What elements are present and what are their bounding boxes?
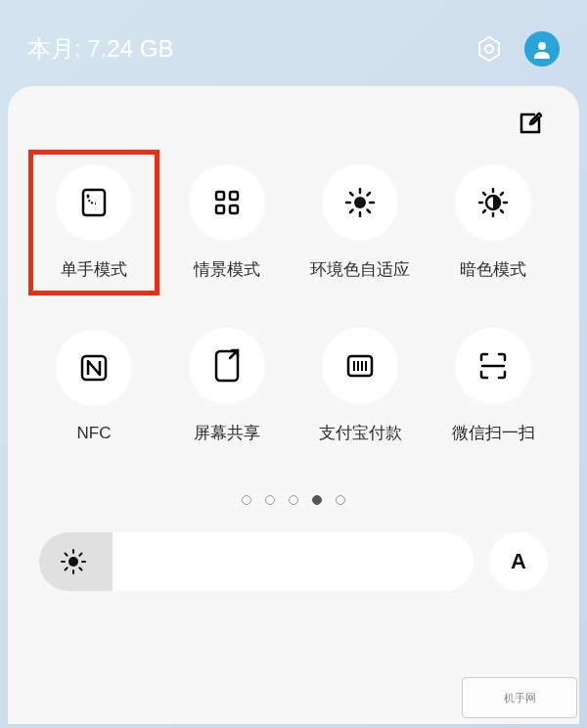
svg-point-1 <box>538 42 546 50</box>
svg-rect-28 <box>348 356 372 376</box>
data-usage-value: 7.24 GB <box>87 35 173 62</box>
svg-rect-4 <box>216 192 224 200</box>
tile-label: 支付宝付款 <box>319 422 402 444</box>
status-bar: 本月: 7.24 GB <box>0 0 587 86</box>
grid-icon <box>189 164 265 241</box>
auto-brightness-button[interactable]: A <box>489 532 548 591</box>
page-dot[interactable] <box>242 495 251 505</box>
svg-line-22 <box>483 193 485 195</box>
tile-label: 情景模式 <box>194 258 260 281</box>
page-dot[interactable] <box>265 495 275 505</box>
tile-label: 暗色模式 <box>460 258 526 281</box>
svg-line-41 <box>66 568 68 569</box>
svg-line-15 <box>350 210 353 213</box>
one-hand-icon <box>56 164 132 241</box>
page-dot[interactable] <box>312 495 322 505</box>
data-usage[interactable]: 本月: 7.24 GB <box>27 33 173 65</box>
tile-scene-mode[interactable]: 情景模式 <box>164 153 290 293</box>
svg-rect-5 <box>230 192 238 200</box>
svg-rect-7 <box>230 205 238 213</box>
brightness-half-icon <box>455 164 531 241</box>
tiles-grid: 单手模式情景模式环境色自适应暗色模式NFC屏幕共享支付宝付款微信扫一扫 <box>23 149 564 460</box>
tile-label: 屏幕共享 <box>194 422 260 444</box>
svg-line-42 <box>79 554 81 556</box>
svg-rect-27 <box>216 351 238 381</box>
tile-label: 微信扫一扫 <box>452 422 535 444</box>
brightness-row: A <box>23 532 564 591</box>
svg-rect-2 <box>83 190 105 215</box>
tile-screen-share[interactable]: 屏幕共享 <box>164 316 290 456</box>
svg-point-3 <box>87 195 90 198</box>
tile-dark-mode[interactable]: 暗色模式 <box>430 153 556 293</box>
svg-line-23 <box>501 210 503 212</box>
tile-label: NFC <box>77 424 112 443</box>
svg-line-25 <box>501 193 503 195</box>
user-avatar[interactable] <box>524 31 560 67</box>
svg-line-39 <box>66 554 68 556</box>
tile-label: 单手模式 <box>61 258 127 281</box>
watermark: 机手网 <box>462 677 577 718</box>
person-icon <box>532 39 552 59</box>
settings-button[interactable] <box>474 33 505 65</box>
data-usage-label: 本月: <box>27 35 81 62</box>
tile-ambient-color[interactable]: 环境色自适应 <box>297 153 423 293</box>
hexagon-settings-icon <box>474 34 504 64</box>
page-dot[interactable] <box>336 495 345 505</box>
svg-line-24 <box>483 210 485 212</box>
page-dot[interactable] <box>289 495 298 505</box>
svg-line-13 <box>350 193 353 196</box>
svg-line-16 <box>368 193 371 196</box>
edit-icon <box>517 110 544 137</box>
svg-line-14 <box>368 210 371 213</box>
page-indicator[interactable] <box>23 495 564 505</box>
svg-line-40 <box>79 568 81 569</box>
sun-half-icon <box>322 164 398 241</box>
brightness-slider[interactable] <box>39 532 474 591</box>
tile-wechat-scan[interactable]: 微信扫一扫 <box>430 316 556 456</box>
edit-tiles-button[interactable] <box>517 110 546 139</box>
svg-point-8 <box>354 197 366 208</box>
auto-brightness-label: A <box>511 549 526 574</box>
scan-icon <box>455 328 531 404</box>
screen-share-icon <box>189 328 265 404</box>
nfc-icon <box>56 330 132 406</box>
tile-alipay-pay[interactable]: 支付宝付款 <box>297 316 423 456</box>
svg-rect-6 <box>216 205 224 213</box>
tile-label: 环境色自适应 <box>310 258 410 281</box>
svg-point-34 <box>68 557 78 567</box>
svg-point-0 <box>485 45 493 53</box>
brightness-sun-icon <box>61 549 86 574</box>
quick-settings-panel: 单手模式情景模式环境色自适应暗色模式NFC屏幕共享支付宝付款微信扫一扫 <box>8 86 579 724</box>
tile-one-hand-mode[interactable]: 单手模式 <box>31 153 157 293</box>
barcode-icon <box>322 328 398 404</box>
tile-nfc[interactable]: NFC <box>31 316 157 456</box>
